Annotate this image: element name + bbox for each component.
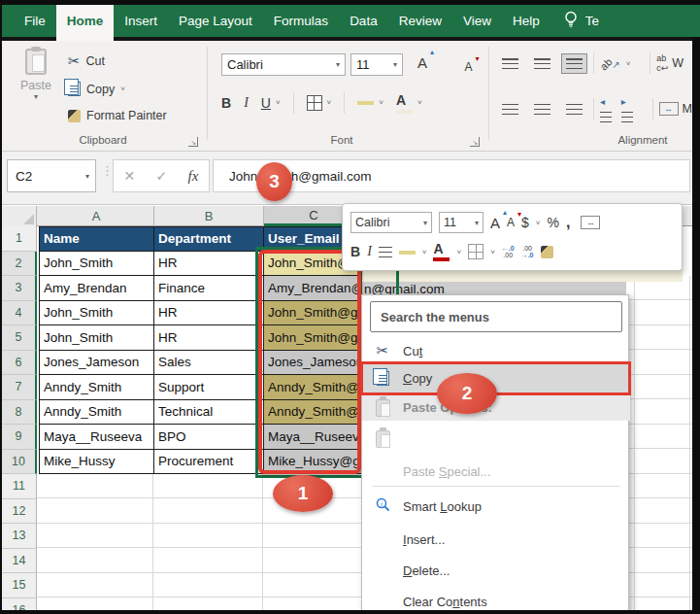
mini-borders-icon[interactable] [468,244,483,259]
mini-currency-button[interactable]: $ [521,215,529,230]
copy-button[interactable]: Copy ˅ [68,82,125,96]
mini-font-color-button[interactable]: A [433,242,450,261]
align-right-button[interactable] [561,99,587,119]
row-header-2[interactable]: 2 [2,252,37,277]
row-header-1[interactable]: 1 [2,226,37,252]
tab-view[interactable]: View [452,5,502,37]
menu-item-insert[interactable]: Insert... [362,525,630,554]
bold-button[interactable]: B [221,95,231,111]
mini-format-painter-icon[interactable] [541,246,553,258]
increase-font-size-button[interactable]: A [417,54,427,71]
copy-dropdown-chevron[interactable]: ˅ [120,85,125,93]
format-painter-button[interactable]: Format Painter [68,109,167,122]
middle-align-button[interactable] [529,53,555,74]
cancel-button[interactable]: ✕ [124,168,136,184]
font-size-chevron[interactable]: ▾ [393,60,397,69]
cell-a8[interactable]: Anndy_Smith [39,400,154,426]
cell-a4[interactable]: John_Smith [39,301,154,326]
row-header-6[interactable]: 6 [2,351,37,376]
menu-item-smart-lookup[interactable]: iSmart Lookup [362,492,630,521]
row-header-4[interactable]: 4 [2,301,37,326]
cell-b3[interactable]: Finance [154,276,264,301]
cell-b9[interactable]: BPO [154,425,264,450]
cell-a7[interactable]: Anndy_Smith [39,375,154,400]
font-color-button[interactable]: A [396,91,413,114]
mini-decrease-font-button[interactable]: A [507,216,515,229]
col-header-b[interactable]: B [154,206,264,226]
top-align-button[interactable] [497,53,523,74]
mini-percent-button[interactable]: % [548,215,559,230]
row-header-13[interactable]: 13 [2,524,37,549]
tab-file[interactable]: File [14,5,56,37]
enter-button[interactable]: ✓ [156,168,168,184]
tab-insert[interactable]: Insert [114,5,168,37]
name-box-chevron[interactable]: ▾ [85,172,89,181]
row-header-9[interactable]: 9 [2,425,37,450]
row-header-12[interactable]: 12 [2,499,37,525]
underline-chevron[interactable]: ˅ [276,98,281,107]
cell-a6[interactable]: Jones_Jameson [39,351,154,376]
tab-formulas[interactable]: Formulas [263,5,339,37]
font-color-chevron[interactable]: ˅ [417,98,422,107]
row-header-7[interactable]: 7 [2,375,37,400]
orientation-button[interactable]: ab↗ [600,54,620,72]
cell-b7[interactable]: Support [154,375,264,400]
orientation-chevron[interactable]: ˅ [626,59,631,68]
fill-color-chevron[interactable]: ˅ [379,98,383,107]
mini-comma-button[interactable]: , [566,214,570,231]
mini-merge-icon[interactable]: ↔ [581,216,600,229]
mini-font-size-combo[interactable]: 11▾ [439,212,483,233]
mini-increase-decimal-button[interactable]: .00→.0 [521,245,534,258]
cell-b5[interactable]: HR [154,325,264,351]
tab-help[interactable]: Help [502,5,550,37]
mini-fill-color-button[interactable] [399,250,416,255]
borders-icon[interactable] [307,95,322,111]
insert-function-button[interactable]: fx [188,168,199,185]
mini-increase-font-button[interactable]: A [490,215,500,231]
cell-a5[interactable]: John_Smith [39,325,154,351]
col-header-a[interactable]: A [39,206,154,226]
clipboard-dialog-launcher[interactable] [188,137,198,147]
mini-font-color-chevron[interactable]: ˅ [456,248,461,256]
tell-me-label[interactable]: Te [585,14,599,28]
mini-borders-chevron[interactable]: ˅ [490,248,495,256]
cell-b4[interactable]: HR [154,301,264,326]
mini-fill-chevron[interactable]: ˅ [422,248,427,256]
menu-item-delete[interactable]: Delete... [362,556,630,585]
mini-bold-button[interactable]: B [350,244,360,259]
mini-font-name-combo[interactable]: Calibri▾ [350,212,432,233]
italic-button[interactable]: I [244,95,249,111]
cell-a2[interactable]: John_Smith [39,252,154,277]
wrap-text-button[interactable]: abc↩ W [656,53,683,73]
mini-italic-button[interactable]: I [367,244,372,259]
font-dialog-launcher[interactable] [470,137,480,147]
bottom-align-button[interactable] [561,53,587,74]
cell-b6[interactable]: Sales [154,351,264,376]
row-header-11[interactable]: 11 [2,474,37,499]
tab-page-layout[interactable]: Page Layout [168,5,263,37]
tab-home[interactable]: Home [56,5,115,37]
cell-a9[interactable]: Maya__Ruseeva [39,425,154,450]
row-header-8[interactable]: 8 [2,400,37,426]
menu-item-cut[interactable]: ✂Cut [362,338,630,363]
cell-b8[interactable]: Technical [154,400,264,426]
tab-data[interactable]: Data [339,5,388,37]
select-all-corner[interactable] [2,206,37,226]
lightbulb-icon[interactable] [564,11,578,32]
row-header-15[interactable]: 15 [2,573,37,598]
cell-a3[interactable]: Amy_Brendan [39,276,154,301]
search-menus-input[interactable] [370,301,622,332]
increase-indent-button[interactable]: ▸ [621,91,637,126]
cell-b2[interactable]: HR [154,252,264,277]
align-left-button[interactable] [497,99,523,119]
cell-header-name[interactable]: Name [39,226,154,252]
borders-chevron[interactable]: ˅ [327,98,332,107]
name-box[interactable]: C2 ▾ [7,159,96,192]
paste-dropdown-chevron[interactable]: ▾ [34,92,38,101]
tab-review[interactable]: Review [388,5,452,37]
align-center-button[interactable] [529,99,555,119]
underline-button[interactable]: U [261,95,271,111]
font-size-combo[interactable]: 11 ▾ [350,53,403,76]
row-header-5[interactable]: 5 [2,325,37,351]
paste-button[interactable]: Paste ▾ [14,49,58,130]
